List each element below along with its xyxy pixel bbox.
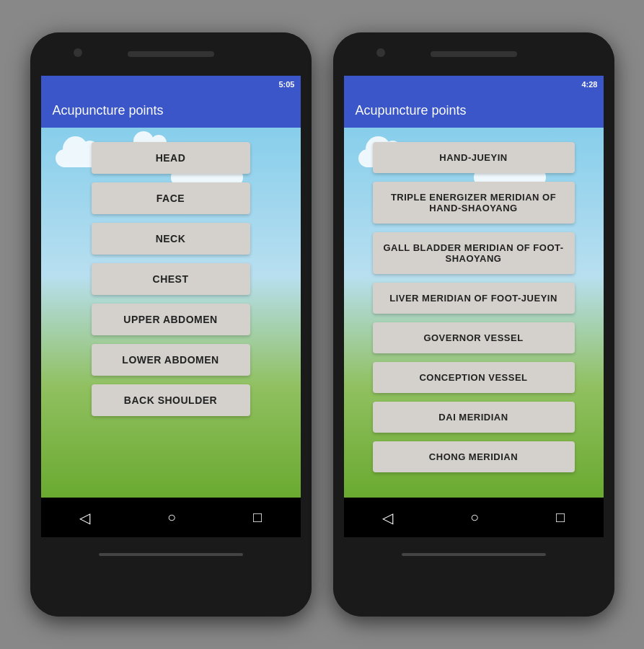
- phone-bottom-bar-2: [333, 537, 614, 617]
- btn-triple-energizer[interactable]: TRIPLE ENERGIZER MERIDIAN OF HAND-SHAOYA…: [373, 182, 575, 224]
- phone-top-bar-1: [30, 32, 312, 76]
- status-time-2: 4:28: [581, 80, 597, 89]
- home-icon-1[interactable]: ○: [167, 509, 176, 526]
- phone-screen-2: 4:28 Acupuncture points HAND-JUEYIN TRIP…: [344, 76, 604, 537]
- btn-lower-abdomen[interactable]: LOWER ABDOMEN: [92, 344, 250, 376]
- app-title-1: Acupuncture points: [53, 103, 164, 118]
- btn-upper-abdomen[interactable]: UPPER ABDOMEN: [92, 304, 250, 335]
- btn-conception-vessel[interactable]: CONCEPTION VESSEL: [373, 362, 575, 393]
- phone-screen-1: 5:05 Acupuncture points HEAD FACE NECK C…: [41, 76, 301, 537]
- phone-top-bar-2: [333, 32, 614, 76]
- btn-neck[interactable]: NECK: [92, 223, 250, 255]
- status-time-1: 5:05: [278, 80, 294, 89]
- screen-content-2: HAND-JUEYIN TRIPLE ENERGIZER MERIDIAN OF…: [344, 128, 604, 498]
- btn-hand-jueyin[interactable]: HAND-JUEYIN: [373, 142, 575, 173]
- btn-liver-meridian[interactable]: LIVER MERIDIAN OF FOOT-JUEYIN: [373, 283, 575, 314]
- btn-governor-vessel[interactable]: GOVERNOR VESSEL: [373, 322, 575, 353]
- phone-1: 5:05 Acupuncture points HEAD FACE NECK C…: [30, 32, 312, 617]
- menu-buttons-1: HEAD FACE NECK CHEST UPPER ABDOMEN LOWER…: [41, 128, 301, 431]
- screen-content-1: HEAD FACE NECK CHEST UPPER ABDOMEN LOWER…: [41, 128, 301, 498]
- btn-chong-meridian[interactable]: CHONG MERIDIAN: [373, 441, 575, 472]
- phone-bottom-dots-2: [402, 553, 546, 556]
- phone-2: 4:28 Acupuncture points HAND-JUEYIN TRIP…: [333, 32, 614, 617]
- app-bar-1: Acupuncture points: [41, 93, 301, 128]
- status-bar-1: 5:05: [41, 76, 301, 93]
- btn-gall-bladder[interactable]: GALL BLADDER MERIDIAN OF FOOT-SHAOYANG: [373, 232, 575, 274]
- nav-bar-2: ◁ ○ □: [344, 498, 604, 537]
- app-title-2: Acupuncture points: [356, 103, 467, 118]
- status-bar-2: 4:28: [344, 76, 604, 93]
- recent-icon-1[interactable]: □: [253, 509, 262, 526]
- phone-speaker-2: [431, 51, 517, 57]
- app-bar-2: Acupuncture points: [344, 93, 604, 128]
- phone-speaker-1: [128, 51, 214, 57]
- btn-chest[interactable]: CHEST: [92, 263, 250, 295]
- btn-dai-meridian[interactable]: DAI MERIDIAN: [373, 402, 575, 433]
- nav-bar-1: ◁ ○ □: [41, 498, 301, 537]
- back-icon-2[interactable]: ◁: [382, 509, 393, 526]
- btn-head[interactable]: HEAD: [92, 142, 250, 174]
- back-icon-1[interactable]: ◁: [79, 509, 90, 526]
- phone-bottom-bar-1: [30, 537, 312, 617]
- home-icon-2[interactable]: ○: [470, 509, 479, 526]
- recent-icon-2[interactable]: □: [556, 509, 565, 526]
- btn-back-shoulder[interactable]: BACK SHOULDER: [92, 384, 250, 416]
- phone-camera-2: [376, 48, 385, 57]
- btn-face[interactable]: FACE: [92, 182, 250, 214]
- phone-camera-1: [74, 48, 82, 57]
- phone-bottom-dots-1: [99, 553, 243, 556]
- menu-buttons-2: HAND-JUEYIN TRIPLE ENERGIZER MERIDIAN OF…: [344, 128, 604, 487]
